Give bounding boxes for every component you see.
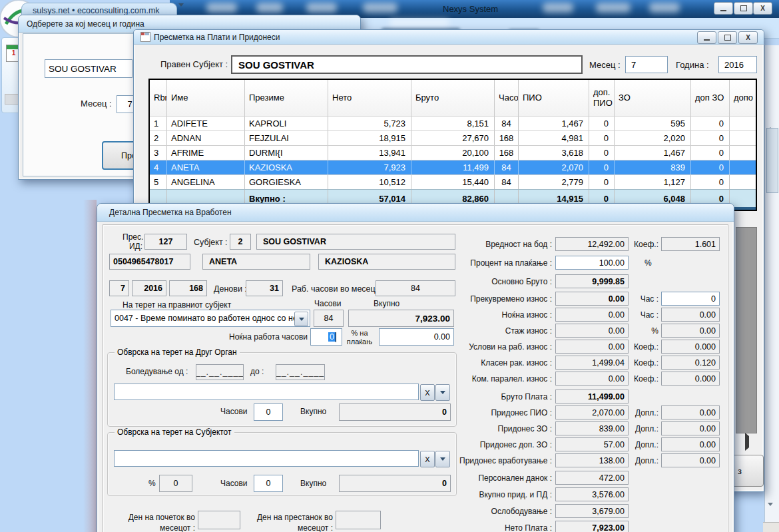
app-title: Nexys System	[443, 4, 498, 14]
detail-window: Детална Пресметка на Вработен Прес.ИД: 1…	[97, 203, 734, 532]
table-cell: 5	[150, 175, 167, 189]
column-header[interactable]: Бруто	[411, 80, 495, 116]
calc-row-label: Ком. паралел. износ :	[472, 374, 552, 384]
table-cell: 2,779	[519, 175, 589, 189]
column-header[interactable]: Часови	[495, 80, 519, 116]
column-header[interactable]: ПИО	[519, 80, 589, 116]
browser-tab-label: sulsys.net • ecoconsulting.com.mk	[22, 6, 160, 15]
calc-row-extra-value[interactable]: 0	[661, 292, 720, 306]
calc-row-label: Придонес ЗО :	[498, 424, 552, 433]
calc-row-value[interactable]: 100.00	[555, 256, 629, 270]
close-icon: X	[760, 5, 765, 12]
calc-row-label: Ноќна износ :	[502, 310, 552, 320]
calc-row-extra-label: Допл.:	[635, 440, 658, 449]
calc-row-value: 2,070.00	[555, 405, 629, 419]
scrollbar-thumb[interactable]	[766, 128, 778, 193]
calc-row-label: Основно Бруто :	[491, 277, 552, 286]
calc-row-value: 839.00	[555, 421, 629, 435]
calc-row-value: 3,576.00	[555, 487, 629, 501]
calc-row-value: 57.00	[555, 437, 629, 451]
scroll-right-button[interactable]	[745, 436, 749, 448]
calc-row-extra-value: 1.601	[661, 237, 720, 251]
table-cell: 1	[150, 117, 167, 131]
table-cell: 84	[495, 175, 519, 189]
table-cell: 0	[691, 131, 730, 145]
grid-scrollbar-thumb[interactable]	[736, 227, 757, 433]
minimize-icon	[720, 10, 726, 11]
table-cell: 839	[615, 160, 691, 174]
table-cell: GORGIESKA	[245, 175, 328, 189]
table-cell: 0	[589, 117, 615, 131]
calc-row-label: Придонес ПИО :	[491, 408, 552, 417]
column-header[interactable]: допо	[730, 80, 757, 116]
column-header[interactable]: Име	[167, 80, 245, 116]
month-label: Месец :	[589, 60, 621, 70]
table-cell: 27,670	[411, 131, 495, 145]
table-cell: 0	[589, 131, 615, 145]
payroll-maximize-button[interactable]	[718, 31, 737, 44]
column-header[interactable]: доп ЗО	[691, 80, 730, 116]
calc-row-extra-value: 0.000	[661, 340, 720, 354]
column-header[interactable]: Rbr	[150, 80, 167, 116]
calc-row-extra-value: 0.120	[661, 356, 720, 370]
table-row[interactable]: 2ADNANFEJZULAI18,91527,6701684,98102,020…	[150, 131, 756, 145]
column-header[interactable]: доп. ПИО	[589, 80, 615, 116]
calc-row-extra-label: Час :	[641, 294, 658, 304]
calc-row-value: 3,679.00	[555, 504, 629, 518]
maximize-icon	[740, 5, 747, 11]
mdi-vertical-scrollbar[interactable]	[764, 45, 779, 522]
dialog-month-label: Месец :	[81, 99, 112, 109]
calc-row-value: 0.00	[555, 372, 629, 386]
table-cell: 0	[691, 160, 730, 174]
calc-row-value: 7,923.00	[555, 521, 629, 532]
dialog-subject-field[interactable]: SOU GOSTIVAR	[45, 59, 132, 78]
calc-row-label: Класен рак. износ :	[481, 358, 552, 368]
month-field[interactable]: 7	[625, 56, 668, 73]
column-header[interactable]: Презиме	[245, 80, 328, 116]
table-cell: 2	[150, 131, 167, 145]
payroll-titlebar[interactable]: Пресметка на Плати и Придонеси	[134, 30, 764, 45]
table-row[interactable]: 5ANGELINAGORGIESKA10,51215,440842,77901,…	[150, 174, 756, 189]
calc-row-extra-value: 0.00	[661, 437, 720, 451]
calc-row-value: 472.00	[555, 471, 629, 485]
scroll-down-button[interactable]	[768, 506, 773, 518]
payroll-minimize-button[interactable]	[697, 31, 716, 44]
subject-field[interactable]: SOU GOSTIVAR	[231, 55, 583, 74]
table-cell: 1,127	[615, 175, 691, 189]
table-cell: 1,467	[615, 146, 691, 160]
table-cell: 3,618	[519, 146, 589, 160]
calc-row-label: Вкупно прид. и ПД :	[479, 490, 552, 499]
calc-row-extra-label: %	[645, 258, 652, 268]
table-cell	[730, 131, 757, 145]
payroll-close-button[interactable]: X	[738, 31, 758, 44]
calc-row-extra-value: 0.00	[661, 421, 720, 435]
scroll-up-button[interactable]	[767, 116, 774, 128]
column-header[interactable]: Нето	[328, 80, 411, 116]
calc-row-value: 0.00	[555, 340, 629, 354]
subject-label: Правен Субјект :	[160, 59, 228, 69]
table-cell: 20,100	[411, 146, 495, 160]
close-button[interactable]: X	[753, 2, 772, 15]
table-cell: 10,512	[328, 175, 411, 189]
table-cell: 3	[150, 146, 167, 160]
table-row[interactable]: 1ADIFETEKAPROLI5,7238,151841,46705950	[150, 116, 756, 131]
column-header[interactable]: ЗО	[615, 80, 691, 116]
minimize-icon	[704, 39, 710, 41]
screen: Nexys System X sulsys.net • ecoconsultin…	[0, 0, 779, 532]
calc-row-extra-value: 0.00	[661, 324, 720, 338]
table-header-row: RbrИмеПрезимеНетоБрутоЧасовиПИОдоп. ПИОЗ…	[150, 80, 756, 116]
table-row[interactable]: 3AFRIMEDURMI{I13,94120,1001683,61801,467…	[150, 145, 756, 160]
calc-row-value: 0.00	[555, 292, 629, 306]
calc-row-extra-label: Коеф.:	[634, 374, 658, 384]
table-cell: ANGELINA	[167, 175, 245, 189]
table-row[interactable]: 4ANETAKAZIOSKA7,92311,499842,07008390	[150, 160, 756, 174]
maximize-button[interactable]	[734, 2, 753, 15]
minimize-button[interactable]	[714, 2, 733, 15]
table-cell: 0	[691, 146, 730, 160]
month-dialog-title: Одберете за кој месец и година	[19, 19, 144, 29]
calc-row-label: Ослободување :	[491, 507, 552, 516]
calc-row-extra-value: 0.00	[661, 308, 720, 322]
year-field[interactable]: 2016	[718, 56, 757, 73]
window-edge-shadow	[83, 200, 97, 532]
calc-row-extra-value: 0.00	[661, 405, 720, 419]
